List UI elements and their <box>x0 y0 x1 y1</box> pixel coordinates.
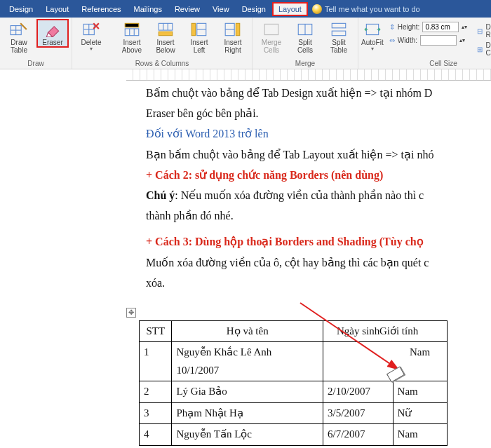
dropdown-icon: ▾ <box>361 46 384 53</box>
autofit-icon <box>363 22 382 37</box>
col-stt: STT <box>140 320 172 342</box>
col-name: Họ và tên <box>172 320 323 342</box>
distribute-cols-button[interactable]: ⊞ Distribute Columns <box>477 41 491 57</box>
page[interactable]: Bấm chuột vào bảng để Tab Design xuất hi… <box>126 71 491 446</box>
autofit-button[interactable]: AutoFit ▾ <box>361 19 384 53</box>
merge-cells-button[interactable]: Merge Cells <box>255 19 288 54</box>
eraser-button[interactable]: Eraser <box>36 19 69 48</box>
delete-button[interactable]: Delete ▾ <box>75 19 107 53</box>
group-merge: Merge Cells Split Cells Split Table Merg… <box>253 18 358 69</box>
height-icon: ⇕ <box>389 23 395 31</box>
split-cells-icon <box>296 22 314 37</box>
body-text: xóa. <box>146 273 491 292</box>
eraser-icon <box>43 22 62 37</box>
group-rows-cols: Delete ▾ Insert Above Insert Below Inser… <box>72 18 253 69</box>
spinner-icon[interactable]: ▴▾ <box>462 24 467 30</box>
draw-table-icon <box>10 22 28 37</box>
group-label-draw: Draw <box>3 60 69 69</box>
delete-icon <box>82 22 100 37</box>
document-area: Bấm chuột vào bảng để Tab Design xuất hi… <box>0 69 491 448</box>
svg-rect-11 <box>125 23 139 27</box>
svg-rect-22 <box>264 24 278 34</box>
body-text: Chú ý: Nếu muốn xóa đường viền của thành… <box>146 186 491 205</box>
insert-left-icon <box>190 22 208 37</box>
insert-right-button[interactable]: Insert Right <box>217 19 249 54</box>
tab-review[interactable]: Review <box>168 2 206 16</box>
svg-rect-21 <box>236 23 239 35</box>
table-move-handle[interactable]: ✥ <box>126 308 136 318</box>
insert-above-button[interactable]: Insert Above <box>116 19 148 54</box>
ribbon-tab-strip: Design Layout References Mailings Review… <box>0 0 491 18</box>
body-text: thành phần đó nhé. <box>146 206 491 225</box>
distribute-cols-icon: ⊞ <box>477 46 483 53</box>
group-cell-size: AutoFit ▾ ⇕ Height: ▴▾ ⇔ Width: ▴▾ <box>358 18 491 69</box>
draw-table-button[interactable]: Draw Table <box>3 19 35 54</box>
distribute-rows-button[interactable]: ⊟ Distribute Rows <box>477 23 491 39</box>
width-label: Width: <box>398 36 417 44</box>
split-table-button[interactable]: Split Table <box>323 19 355 54</box>
distribute-rows-icon: ⊟ <box>477 27 483 35</box>
insert-below-button[interactable]: Insert Below <box>149 19 182 54</box>
data-table[interactable]: STT Họ và tên Ngày sinh Giới tính 1 Nguy… <box>139 320 448 446</box>
ribbon: Draw Table Eraser Draw Delete ▾ <box>0 18 491 69</box>
merge-cells-icon <box>262 22 281 37</box>
table-row[interactable]: 4 Nguyễn Tấn Lộc 6/7/2007 Nam <box>140 424 448 446</box>
svg-rect-15 <box>159 32 173 35</box>
tell-me-text: Tell me what you want to do <box>325 5 420 13</box>
table-header-row: STT Họ và tên Ngày sinh Giới tính <box>140 320 448 342</box>
split-cells-button[interactable]: Split Cells <box>289 19 321 54</box>
group-label-merge: Merge <box>255 60 355 69</box>
col-dob-sex: Giới tính <box>393 320 447 342</box>
insert-right-icon <box>224 22 242 37</box>
spinner-icon[interactable]: ▴▾ <box>459 37 465 43</box>
tab-table-design[interactable]: Design <box>236 2 272 16</box>
svg-rect-26 <box>332 31 346 35</box>
insert-left-button[interactable]: Insert Left <box>183 19 215 54</box>
width-icon: ⇔ <box>389 36 395 44</box>
tab-references[interactable]: References <box>75 2 127 16</box>
svg-rect-12 <box>159 23 173 30</box>
group-label-cell-size: Cell Size <box>361 60 491 69</box>
split-table-icon <box>330 22 348 37</box>
heading-blue: Đối với Word 2013 trở lên <box>146 124 491 143</box>
svg-rect-27 <box>366 24 378 34</box>
table-row[interactable]: 3 Phạm Nhật Hạ 3/5/2007 Nữ <box>140 402 448 424</box>
lightbulb-icon <box>312 4 322 14</box>
body-text: Eraser bên góc bên phải. <box>146 104 491 123</box>
body-text: Bạn bấm chuột vào bảng để Tab Layout xuấ… <box>146 145 491 164</box>
tab-table-layout[interactable]: Layout <box>272 2 308 16</box>
body-text: Bấm chuột vào bảng để Tab Design xuất hi… <box>146 83 491 102</box>
tab-mailings[interactable]: Mailings <box>128 2 168 16</box>
heading-red: + Cách 3: Dùng hộp thoại Borders and Sha… <box>146 232 491 251</box>
tab-design[interactable]: Design <box>3 2 39 16</box>
svg-rect-18 <box>191 23 195 35</box>
heading-red: + Cách 2: sử dụng chức năng Borders (nên… <box>146 165 491 184</box>
width-input[interactable] <box>420 35 457 46</box>
height-label: Height: <box>398 23 420 31</box>
tab-view[interactable]: View <box>206 2 236 16</box>
svg-rect-8 <box>125 29 139 36</box>
body-text: Muốn xóa đường viền của ô, cột hay bảng … <box>146 253 491 272</box>
table-row[interactable]: 2 Lý Gia Bảo 2/10/2007 Nam <box>140 381 448 403</box>
horizontal-ruler[interactable] <box>126 69 491 81</box>
group-label-rows-cols: Rows & Columns <box>75 60 249 69</box>
tab-layout[interactable]: Layout <box>39 2 75 16</box>
dropdown-icon: ▾ <box>75 46 107 53</box>
tell-me[interactable]: Tell me what you want to do <box>312 4 420 14</box>
insert-above-icon <box>123 22 141 37</box>
svg-rect-25 <box>332 23 346 28</box>
group-draw: Draw Table Eraser Draw <box>0 18 72 69</box>
insert-below-icon <box>156 22 175 37</box>
height-input[interactable] <box>422 22 459 32</box>
